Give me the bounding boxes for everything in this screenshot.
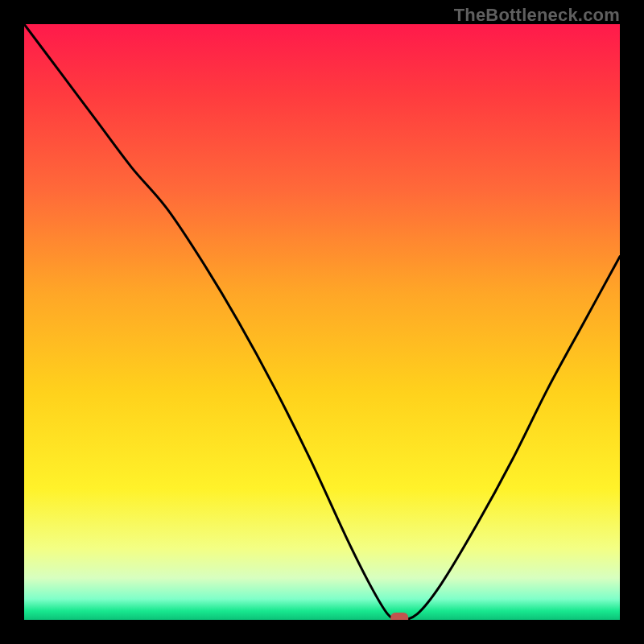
chart-frame: TheBottleneck.com [0,0,644,644]
min-marker [390,613,408,620]
watermark-label: TheBottleneck.com [454,5,620,26]
gradient-background [24,24,620,620]
chart-svg [24,24,620,620]
plot-area [24,24,620,620]
